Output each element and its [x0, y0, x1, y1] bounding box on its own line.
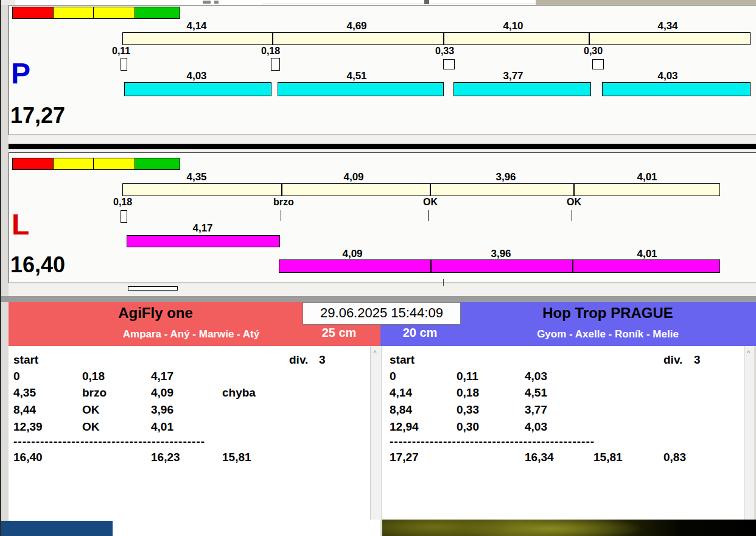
lane-l-gap-4: OK	[567, 197, 581, 208]
cell-dogtime: 4,17	[151, 370, 173, 384]
table-row: 12,94 0,30 4,03	[382, 420, 744, 436]
team-left-jump-height: 25 cm	[299, 326, 379, 340]
team-right-jump-height: 20 cm	[387, 326, 453, 340]
total-dog-sum: 16,23	[151, 451, 180, 465]
lane-l-gap-marker-1	[121, 210, 127, 223]
status-red-light	[12, 7, 54, 19]
lane-p-gap-marker-2	[271, 58, 280, 71]
lane-l-first-dog-time: 4,17	[175, 222, 230, 234]
lane-p-gap-marker-4	[592, 59, 604, 69]
cell-dogtime: 4,03	[525, 370, 547, 384]
lane-l-panel: 4,35 4,09 3,96 4,01 0,18 brzo OK OK 4,17…	[9, 152, 756, 283]
lane-p-gap-2: 0,18	[261, 46, 280, 57]
lane-p-split-time-3: 4,10	[486, 20, 541, 32]
cell-dogtime: 4,01	[151, 420, 173, 434]
table-row: 4,14 0,18 4,51	[382, 386, 744, 402]
cell-dogtime: 4,09	[151, 386, 173, 400]
cell-gap: brzo	[82, 386, 107, 400]
total-best: 15,81	[222, 451, 251, 465]
table-row: 4,35 brzo 4,09 chyba	[9, 386, 370, 402]
lane-l-rerun-time-2: 3,96	[474, 248, 528, 260]
split-divider	[573, 184, 575, 196]
lane-p-split-time-4: 4,34	[640, 20, 695, 32]
lane-l-rerun-time-3: 4,01	[620, 248, 674, 260]
team-left-result-table: start div. 3 0 0,18 4,17 4,35 brzo 4,09 …	[9, 346, 370, 520]
top-fragment	[424, 0, 429, 4]
status-yellow-light	[53, 7, 94, 19]
lane-l-split-time-2: 4,09	[326, 171, 381, 183]
status-red-light	[12, 158, 54, 170]
lane-l-gap-3: OK	[423, 197, 438, 208]
lane-l-dog-bar-rest	[279, 259, 720, 273]
lane-l-split-bar	[122, 183, 720, 196]
lane-l-split-time-4: 4,01	[620, 171, 674, 183]
table-separator-row: ----------------------------------------…	[382, 435, 744, 451]
cell-dogtime: 3,96	[151, 403, 173, 417]
lane-l-crossing-tick-3	[428, 210, 429, 221]
cell-time: 8,84	[390, 403, 412, 417]
lane-l-gap-1: 0,18	[113, 197, 132, 208]
lane-p-panel: 4,14 4,69 4,10 4,34 0,11 0,18 0,33 0,30 …	[9, 5, 756, 135]
split-divider	[443, 33, 444, 44]
lane-l-crossing-tick-4	[572, 210, 572, 221]
status-green-light	[135, 7, 180, 19]
split-divider	[272, 33, 273, 44]
cell-gap: OK	[82, 420, 100, 434]
status-yellow-light	[53, 158, 94, 170]
lane-p-gap-marker-3	[443, 59, 455, 69]
lane-p-split-bar	[122, 32, 751, 45]
team-right-name: Hop Trop PRAGUE	[460, 305, 756, 322]
division-label: div.	[663, 353, 682, 367]
division-label: div.	[289, 353, 308, 367]
table-totals-row: 16,40 16,23 15,81	[9, 451, 370, 467]
lane-p-dog-time-2: 4,51	[329, 70, 384, 82]
lane-p-letter: P	[11, 59, 30, 88]
cell-time: 4,35	[13, 386, 36, 400]
camera-feed	[382, 520, 756, 536]
status-green-light	[135, 158, 180, 170]
bottom-blue-bar	[0, 521, 113, 536]
separator-dashes: ----------------------------------------…	[13, 435, 205, 449]
horizontal-scroll-thumb[interactable]	[128, 286, 178, 291]
table-row: 0 0,11 4,03	[382, 370, 744, 386]
lane-p-dog-bar-2	[278, 82, 444, 96]
top-strip-line	[262, 4, 536, 4]
lane-p-total-time: 17,27	[10, 105, 65, 127]
table-row: start div. 3	[9, 353, 370, 369]
lane-p-gap-marker-1	[121, 58, 127, 71]
split-divider	[589, 33, 590, 44]
cell-dogtime: 4,03	[525, 420, 547, 434]
total-time: 16,40	[13, 451, 43, 465]
cell-dogtime: 3,77	[525, 403, 547, 417]
split-divider	[430, 260, 432, 272]
top-fragment	[203, 1, 211, 4]
cell-gap: 0,30	[457, 420, 479, 434]
team-left-table-scrollbar[interactable]: ^	[370, 346, 381, 520]
lane-l-letter: L	[12, 210, 29, 239]
total-extra: 0,83	[663, 451, 686, 465]
lane-p-dog-bar-4	[602, 82, 751, 96]
top-fragment	[214, 1, 219, 4]
lane-p-gap-1: 0,11	[112, 46, 130, 57]
run-timestamp: 29.06.2025 15:44:09	[303, 302, 461, 325]
team-right-table-scrollbar[interactable]: ^	[744, 346, 754, 520]
lane-l-status-lights	[12, 158, 180, 170]
split-divider	[281, 184, 282, 196]
division-value: 3	[319, 353, 326, 367]
scroll-up-icon[interactable]: ^	[747, 349, 751, 358]
cell-time: 8,44	[13, 403, 36, 417]
lane-p-gap-4: 0,30	[584, 46, 603, 57]
lane-l-split-time-1: 4,35	[169, 171, 224, 183]
cell-note: chyba	[222, 386, 256, 400]
table-row: 0 0,18 4,17	[9, 370, 370, 386]
lane-l-rerun-time-1: 4,09	[325, 248, 380, 260]
cell-time: 12,39	[13, 420, 43, 434]
scroll-up-icon[interactable]: ^	[373, 349, 377, 358]
status-yellow-light	[93, 7, 135, 19]
split-divider	[430, 184, 431, 196]
lane-p-dog-time-4: 4,03	[640, 70, 695, 82]
cell-gap: OK	[82, 403, 100, 417]
team-left-dogs: Ampara - Aný - Marwie - Atý	[60, 328, 322, 340]
table-row: 8,84 0,33 3,77	[382, 403, 744, 419]
split-divider	[572, 260, 573, 272]
